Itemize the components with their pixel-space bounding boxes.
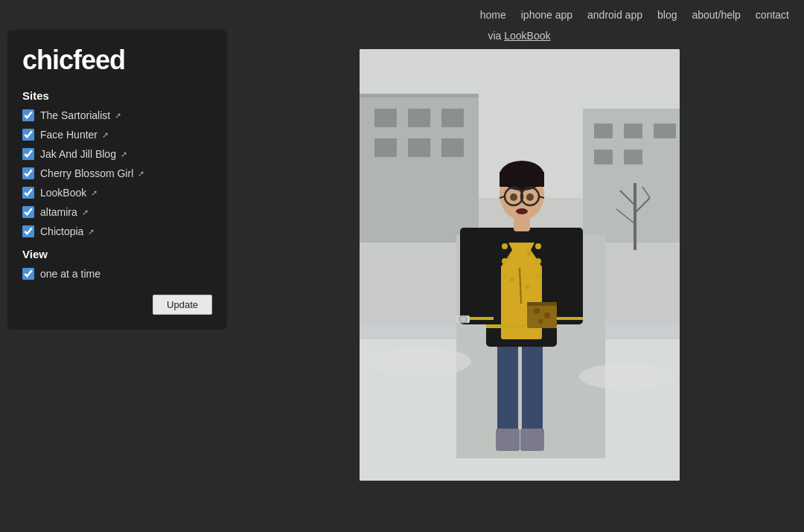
via-text: via [488, 30, 501, 42]
site-label-chictopia: Chictopia [40, 225, 83, 237]
site-checkbox-jak-jill[interactable] [22, 148, 34, 160]
svg-rect-29 [520, 429, 544, 451]
view-label-one-at-a-time: one at a time [40, 268, 100, 280]
sidebar: chicfeed Sites The Sartorialist ➚ Face H… [7, 30, 227, 330]
site-checkbox-chictopia[interactable] [22, 225, 34, 237]
site-label-cherry-blossom: Cherry Blossom Girl [40, 167, 133, 179]
svg-point-66 [526, 193, 534, 201]
svg-rect-4 [374, 109, 397, 127]
svg-rect-8 [408, 138, 430, 157]
site-item-cherry-blossom: Cherry Blossom Girl ➚ [22, 167, 212, 179]
site-label-altamira: altamira [40, 206, 77, 218]
site-checkbox-sartorialist[interactable] [22, 109, 34, 121]
site-checkbox-face-hunter[interactable] [22, 129, 34, 141]
svg-rect-5 [408, 109, 430, 127]
svg-rect-6 [441, 109, 464, 127]
svg-point-69 [459, 315, 467, 323]
main-layout: chicfeed Sites The Sartorialist ➚ Face H… [0, 30, 804, 481]
site-checkbox-altamira[interactable] [22, 206, 34, 218]
site-label-lookbook: LookBook [40, 187, 86, 199]
content-area: via LookBook [242, 30, 797, 481]
svg-point-67 [516, 208, 528, 214]
site-item-altamira: altamira ➚ [22, 206, 212, 218]
update-button[interactable]: Update [153, 295, 212, 315]
external-link-icon: ➚ [88, 227, 95, 237]
external-link-icon: ➚ [138, 169, 144, 179]
site-item-chictopia: Chictopia ➚ [22, 225, 212, 237]
site-checkbox-lookbook[interactable] [22, 187, 34, 199]
svg-point-36 [525, 285, 529, 289]
site-label-face-hunter: Face Hunter [40, 129, 98, 141]
nav-iphone-app[interactable]: iphone app [521, 9, 572, 21]
site-item-lookbook: LookBook ➚ [22, 187, 212, 199]
svg-rect-51 [527, 302, 557, 306]
nav-about-help[interactable]: about/help [692, 9, 740, 21]
svg-rect-7 [374, 138, 397, 157]
nav-contact[interactable]: contact [756, 9, 789, 21]
svg-point-53 [544, 313, 550, 318]
view-section-title: View [22, 248, 212, 260]
nav-home[interactable]: home [480, 9, 506, 21]
svg-rect-9 [441, 138, 464, 157]
svg-point-52 [534, 308, 540, 314]
site-item-face-hunter: Face Hunter ➚ [22, 129, 212, 141]
svg-rect-28 [496, 429, 520, 451]
svg-point-42 [535, 243, 541, 249]
svg-rect-11 [594, 124, 613, 138]
view-item-one-at-a-time: one at a time [22, 268, 212, 280]
site-checkbox-cherry-blossom[interactable] [22, 167, 34, 179]
external-link-icon: ➚ [102, 130, 109, 140]
svg-rect-46 [460, 228, 494, 324]
external-link-icon: ➚ [91, 188, 98, 198]
via-line: via LookBook [488, 30, 550, 42]
external-link-icon: ➚ [82, 208, 89, 217]
svg-point-44 [535, 273, 541, 279]
svg-point-20 [579, 363, 676, 390]
svg-point-19 [367, 347, 471, 376]
external-link-icon: ➚ [115, 111, 121, 121]
svg-point-54 [538, 319, 543, 324]
svg-rect-13 [654, 124, 676, 138]
svg-point-41 [502, 273, 508, 279]
svg-rect-3 [360, 94, 479, 97]
svg-rect-14 [594, 150, 613, 164]
nav-blog[interactable]: blog [657, 9, 677, 21]
view-section: View one at a time [22, 248, 212, 280]
site-label-sartorialist: The Sartorialist [40, 109, 110, 121]
svg-rect-15 [624, 150, 642, 164]
sites-section-title: Sites [22, 89, 212, 102]
svg-point-34 [527, 251, 532, 256]
site-item-jak-jill: Jak And Jill Blog ➚ [22, 148, 212, 160]
fashion-photo-svg [360, 49, 680, 481]
update-btn-wrap: Update [22, 295, 212, 315]
svg-rect-12 [624, 124, 642, 138]
svg-point-40 [502, 258, 508, 264]
external-link-icon: ➚ [121, 150, 127, 159]
site-item-sartorialist: The Sartorialist ➚ [22, 109, 212, 121]
view-checkbox-one-at-a-time[interactable] [22, 268, 34, 280]
svg-rect-50 [527, 302, 557, 328]
svg-point-35 [510, 278, 514, 282]
svg-point-39 [502, 243, 508, 249]
nav-android-app[interactable]: android app [587, 9, 642, 21]
svg-point-43 [535, 258, 541, 264]
svg-point-65 [510, 193, 517, 201]
site-logo: chicfeed [22, 45, 212, 76]
top-nav: home iphone app android app blog about/h… [0, 0, 804, 30]
svg-rect-59 [500, 172, 544, 187]
via-link[interactable]: LookBook [504, 30, 550, 42]
fashion-image [360, 49, 680, 481]
site-label-jak-jill: Jak And Jill Blog [40, 148, 116, 160]
